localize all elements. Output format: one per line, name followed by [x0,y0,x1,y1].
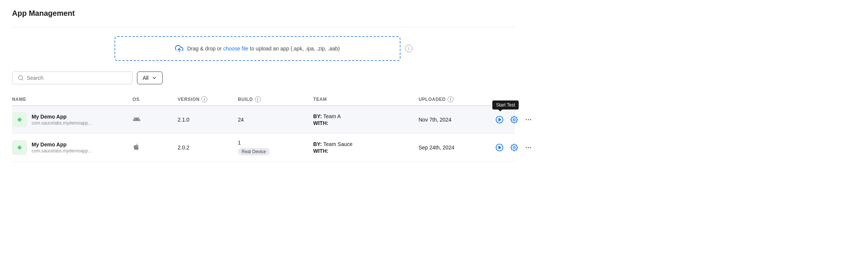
upload-dropzone[interactable]: Drag & drop or choose file to upload an … [114,36,400,61]
col-uploaded: UPLOADED i [419,96,494,102]
os-icon-ios [132,143,178,152]
actions-cell-2 [494,142,531,153]
app-logo-2 [12,140,27,155]
svg-point-9 [530,119,531,120]
choose-file-link[interactable]: choose file [223,46,248,52]
build-num-2: 1 [238,140,313,146]
app-package-1: com.saucelabs.mydemoapp... [32,120,91,126]
version-2: 2.0.2 [178,145,238,151]
upload-icon [175,44,183,53]
build-cell-2: 1 Real Device [238,140,313,155]
svg-point-16 [530,147,531,148]
real-device-badge: Real Device [238,148,270,155]
search-icon [18,75,24,81]
team-by-2: BY: Team Sauce [313,141,419,147]
app-table: NAME OS VERSION i BUILD i TEAM UPLOADED … [12,93,515,162]
filter-dropdown[interactable]: All [137,72,163,84]
filter-label: All [143,75,149,81]
uploaded-1: Nov 7th, 2024 [419,117,494,123]
col-team: TEAM [313,96,419,102]
app-info-1: My Demo App com.saucelabs.mydemoapp... [32,114,91,126]
col-version: VERSION i [178,96,238,102]
search-input[interactable] [27,75,127,81]
col-actions [494,96,531,102]
app-info-2: My Demo App com.saucelabs.mydemoapp... [32,142,91,154]
app-name-2: My Demo App [32,142,91,148]
col-os: OS [132,96,178,102]
search-filter-row: All [12,72,515,84]
team-with-2: WITH: [313,148,419,154]
app-logo-1 [12,112,27,127]
version-1: 2.1.0 [178,117,238,123]
app-cell-1: My Demo App com.saucelabs.mydemoapp... [12,112,132,127]
upload-text: Drag & drop or choose file to upload an … [187,46,340,52]
settings-button-1[interactable] [509,114,519,125]
os-icon-android [132,115,178,125]
actions-cell-1: Start Test [494,114,531,125]
svg-point-13 [513,147,515,149]
svg-point-14 [526,147,527,148]
table-header: NAME OS VERSION i BUILD i TEAM UPLOADED … [12,93,515,106]
team-cell-2: BY: Team Sauce WITH: [313,141,419,154]
uploaded-info-icon[interactable]: i [448,96,454,102]
settings-button-2[interactable] [509,142,519,153]
app-cell-2: My Demo App com.saucelabs.mydemoapp... [12,140,132,155]
uploaded-2: Sep 24th, 2024 [419,145,494,151]
play-button-1[interactable] [494,114,505,125]
app-name-1: My Demo App [32,114,91,120]
svg-marker-5 [499,118,501,121]
col-build: BUILD i [238,96,313,102]
app-package-2: com.saucelabs.mydemoapp... [32,148,91,154]
svg-point-7 [526,119,527,120]
team-with-1: WITH: [313,120,419,126]
svg-point-6 [513,119,515,121]
search-box[interactable] [12,72,132,84]
page-title: App Management [12,9,515,18]
header-divider [12,27,515,27]
col-name: NAME [12,96,132,102]
page-container: App Management Drag & drop or choose fil… [0,0,527,171]
table-row: My Demo App com.saucelabs.mydemoapp... 2… [12,106,515,134]
upload-info-icon[interactable]: i [405,45,413,52]
svg-point-8 [528,119,529,120]
team-cell-1: BY: Team A WITH: [313,113,419,126]
team-by-1: BY: Team A [313,113,419,119]
upload-section: Drag & drop or choose file to upload an … [12,36,515,61]
version-info-icon[interactable]: i [201,96,207,102]
table-row: My Demo App com.saucelabs.mydemoapp... 2… [12,134,515,162]
build-cell-1: 24 [238,117,313,123]
svg-line-2 [22,79,23,80]
chevron-down-icon [152,75,157,81]
play-button-2[interactable] [494,142,505,153]
more-button-1[interactable] [523,114,534,125]
more-button-2[interactable] [523,142,534,153]
svg-point-15 [528,147,529,148]
svg-marker-12 [499,146,501,149]
build-num-1: 24 [238,117,313,123]
table-body: My Demo App com.saucelabs.mydemoapp... 2… [12,106,515,162]
build-info-icon[interactable]: i [255,96,261,102]
